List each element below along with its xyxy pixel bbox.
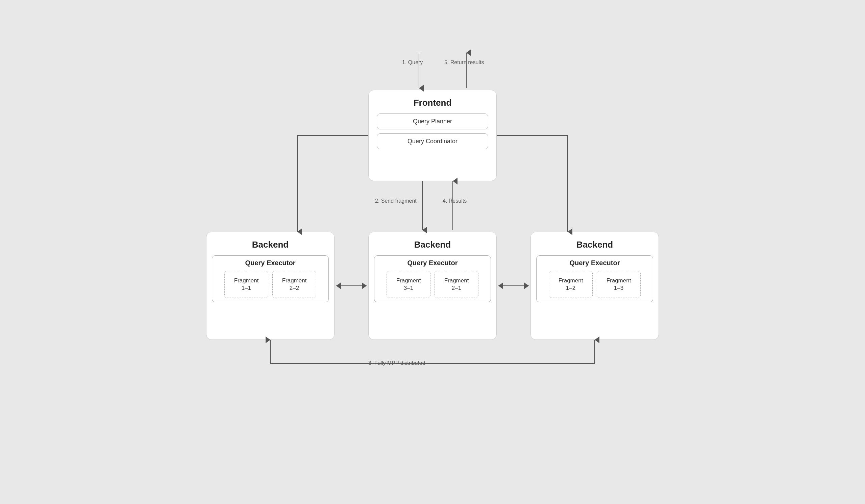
fragments-center-row: Fragment3–1 Fragment2–1 [378, 271, 487, 298]
step3-label: 3. Fully MPP distributed [368, 360, 425, 366]
backend-left-title: Backend [206, 239, 334, 250]
executor-right-title: Query Executor [540, 259, 649, 267]
fragment-1-1: Fragment1–1 [224, 271, 268, 298]
frontend-box: Frontend Query Planner Query Coordinator [368, 90, 497, 181]
frontend-title: Frontend [369, 98, 496, 108]
backend-center-title: Backend [369, 239, 496, 250]
query-planner-label: Query Planner [413, 118, 452, 125]
executor-center: Query Executor Fragment3–1 Fragment2–1 [374, 255, 491, 302]
query-coordinator-label: Query Coordinator [407, 138, 458, 144]
architecture-diagram: 1. Query 5. Return results 2. Send fragm… [196, 49, 669, 455]
query-coordinator-box: Query Coordinator [377, 133, 488, 149]
fragments-left-row: Fragment1–1 Fragment2–2 [216, 271, 325, 298]
step3-arrow [270, 340, 595, 363]
step5-label: 5. Return results [444, 59, 484, 66]
executor-right: Query Executor Fragment1–2 Fragment1–3 [536, 255, 653, 302]
executor-left-title: Query Executor [216, 259, 325, 267]
step4-label: 4. Results [443, 198, 466, 204]
fragment-3-1: Fragment3–1 [387, 271, 430, 298]
step2-label: 2. Send fragment [375, 198, 417, 204]
fragments-right-row: Fragment1–2 Fragment1–3 [540, 271, 649, 298]
backend-center-box: Backend Query Executor Fragment3–1 Fragm… [368, 232, 497, 340]
query-planner-box: Query Planner [377, 114, 488, 129]
executor-left: Query Executor Fragment1–1 Fragment2–2 [212, 255, 329, 302]
backend-left-box: Backend Query Executor Fragment1–1 Fragm… [206, 232, 335, 340]
fragment-1-3: Fragment1–3 [597, 271, 641, 298]
fragment-1-2: Fragment1–2 [549, 271, 593, 298]
frontend-to-backend-left-arrow [297, 136, 368, 232]
fragment-2-1: Fragment2–1 [435, 271, 478, 298]
backend-right-title: Backend [531, 239, 659, 250]
backend-right-box: Backend Query Executor Fragment1–2 Fragm… [530, 232, 659, 340]
fragment-2-2: Fragment2–2 [272, 271, 316, 298]
step1-label: 1. Query [402, 59, 423, 66]
executor-center-title: Query Executor [378, 259, 487, 267]
frontend-to-backend-right-arrow [497, 136, 568, 232]
